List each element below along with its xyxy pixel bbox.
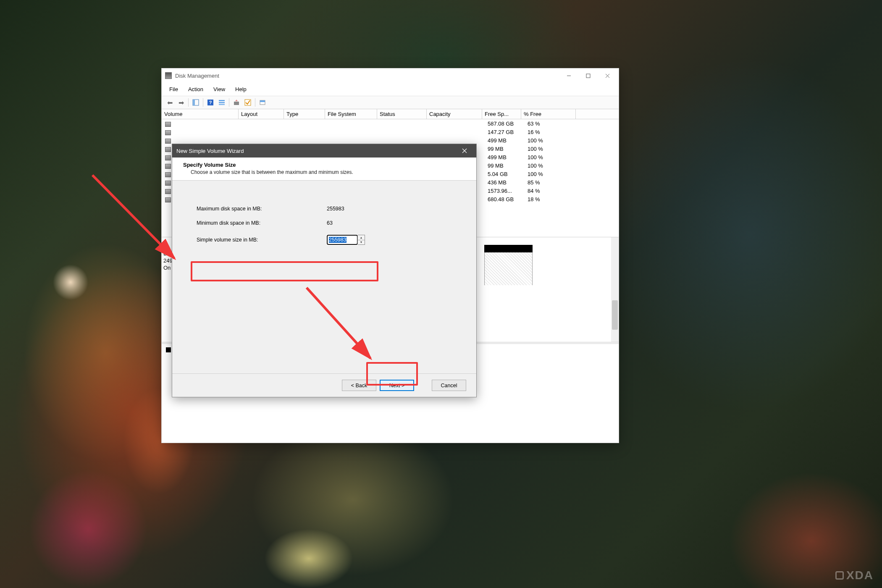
cell-free: 499 MB: [486, 137, 526, 144]
svg-rect-1: [586, 74, 590, 78]
cell-pct: 85 %: [526, 179, 564, 186]
cell-pct: 100 %: [526, 154, 564, 160]
disk-icon: [165, 164, 171, 169]
disk-icon: [165, 197, 171, 202]
wizard-title: New Simple Volume Wizard: [176, 148, 457, 154]
disk-icon: [165, 189, 171, 194]
disk-icon: [165, 139, 171, 144]
col-status[interactable]: Status: [377, 109, 427, 119]
col-type[interactable]: Type: [284, 109, 325, 119]
new-simple-volume-wizard: New Simple Volume Wizard Specify Volume …: [172, 144, 477, 397]
disk-icon: [165, 172, 171, 177]
col-layout[interactable]: Layout: [239, 109, 284, 119]
svg-rect-8: [219, 100, 225, 101]
window-title: Disk Management: [175, 73, 559, 79]
cell-free: 587.08 GB: [486, 121, 526, 127]
svg-rect-10: [219, 104, 225, 105]
cell-pct: 63 %: [526, 121, 564, 127]
volume-size-spinner: ▲ ▼: [327, 235, 365, 245]
cell-free: 5.04 GB: [486, 171, 526, 177]
cancel-button[interactable]: Cancel: [432, 380, 466, 391]
cell-pct: 18 %: [526, 196, 564, 202]
toolbar-list-icon[interactable]: [216, 97, 227, 108]
cell-free: 99 MB: [486, 146, 526, 152]
wizard-header: Specify Volume Size Choose a volume size…: [172, 158, 476, 181]
cell-free: 1573.96...: [486, 188, 526, 194]
svg-rect-11: [234, 102, 239, 105]
svg-rect-9: [219, 102, 225, 103]
disk-icon: [165, 181, 171, 186]
svg-text:?: ?: [209, 100, 212, 105]
toolbar-action-icon[interactable]: [231, 97, 242, 108]
cell-free: 499 MB: [486, 154, 526, 160]
wizard-header-subtitle: Choose a volume size that is between the…: [183, 169, 469, 175]
col-volume[interactable]: Volume: [162, 109, 239, 119]
menu-view[interactable]: View: [208, 84, 230, 94]
spinner-up-button[interactable]: ▲: [358, 235, 365, 240]
disk-icon: [165, 130, 171, 135]
minimize-button[interactable]: [559, 69, 578, 82]
app-icon: [165, 72, 172, 79]
wizard-titlebar: New Simple Volume Wizard: [172, 144, 476, 158]
wizard-body: Maximum disk space in MB: 255983 Minimum…: [172, 181, 476, 373]
menu-action[interactable]: Action: [183, 84, 208, 94]
volume-size-label: Simple volume size in MB:: [197, 237, 327, 243]
disk-icon: [165, 155, 171, 160]
toolbar-chart-icon[interactable]: [257, 97, 268, 108]
close-button[interactable]: [598, 69, 617, 82]
titlebar: Disk Management: [162, 68, 619, 83]
cell-pct: 100 %: [526, 146, 564, 152]
maximize-button[interactable]: [578, 69, 598, 82]
back-button[interactable]: ⬅: [164, 97, 175, 108]
max-space-label: Maximum disk space in MB:: [197, 206, 327, 212]
cell-free: 147.27 GB: [486, 129, 526, 135]
cell-pct: 16 %: [526, 129, 564, 135]
cell-pct: 100 %: [526, 171, 564, 177]
cell-pct: 100 %: [526, 137, 564, 144]
menu-help[interactable]: Help: [230, 84, 252, 94]
max-space-value: 255983: [327, 206, 344, 212]
cell-free: 99 MB: [486, 163, 526, 169]
vertical-scrollbar[interactable]: [611, 237, 619, 342]
next-button[interactable]: Next >: [380, 380, 414, 391]
watermark-icon: [835, 571, 844, 580]
column-headers: Volume Layout Type File System Status Ca…: [162, 109, 619, 119]
cell-pct: 84 %: [526, 188, 564, 194]
watermark-text: XDA: [846, 569, 874, 582]
col-free[interactable]: Free Sp...: [482, 109, 521, 119]
svg-rect-14: [260, 100, 265, 102]
col-capacity[interactable]: Capacity: [427, 109, 482, 119]
min-space-value: 63: [327, 220, 333, 226]
volume-size-input[interactable]: [327, 235, 357, 244]
xda-watermark: XDA: [835, 569, 874, 582]
checkmark-icon[interactable]: [242, 97, 253, 108]
min-space-label: Minimum disk space in MB:: [197, 220, 327, 226]
menu-file[interactable]: File: [164, 84, 183, 94]
disk-icon: [165, 147, 171, 152]
toolbar: ⬅ ➡ ?: [162, 96, 619, 109]
help-icon[interactable]: ?: [205, 97, 216, 108]
col-filesystem[interactable]: File System: [325, 109, 377, 119]
spinner-down-button[interactable]: ▼: [358, 240, 365, 245]
disk-partition-graphic[interactable]: [484, 245, 533, 290]
menubar: File Action View Help: [162, 83, 619, 96]
legend-swatch-unallocated: [166, 347, 171, 352]
disk-icon: [165, 122, 171, 127]
toolbar-view-icon[interactable]: [190, 97, 201, 108]
forward-button[interactable]: ➡: [176, 97, 186, 108]
svg-rect-5: [193, 100, 195, 105]
wizard-footer: < Back Next > Cancel: [172, 374, 476, 397]
cell-pct: 100 %: [526, 163, 564, 169]
cell-free: 680.48 GB: [486, 196, 526, 202]
cell-free: 436 MB: [486, 179, 526, 186]
wizard-close-button[interactable]: [457, 148, 472, 153]
col-pct[interactable]: % Free: [521, 109, 576, 119]
wizard-header-title: Specify Volume Size: [183, 162, 469, 168]
back-button[interactable]: < Back: [342, 380, 376, 391]
